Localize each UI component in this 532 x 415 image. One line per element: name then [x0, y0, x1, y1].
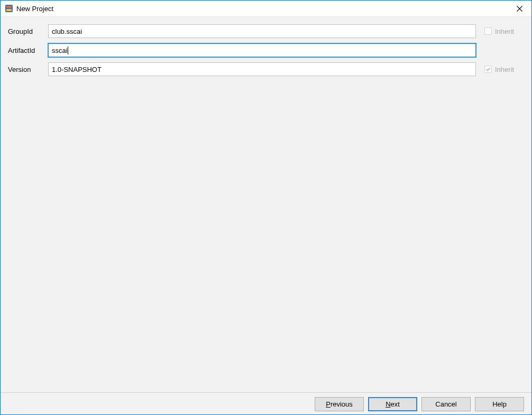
window-title: New Project — [16, 5, 53, 13]
groupid-inherit-label: Inherit — [495, 27, 514, 35]
version-inherit-wrap: Inherit — [484, 66, 524, 73]
text-caret — [68, 47, 68, 54]
cancel-button[interactable]: Cancel — [421, 397, 471, 411]
svg-rect-2 — [6, 9, 12, 11]
svg-rect-1 — [6, 6, 12, 8]
groupid-label: GroupId — [8, 27, 48, 35]
groupid-row: GroupId Inherit — [8, 24, 524, 38]
footer: Previous Next Cancel Help — [1, 392, 531, 415]
version-inherit-label: Inherit — [495, 66, 514, 73]
app-icon — [5, 4, 13, 13]
help-button[interactable]: Help — [475, 397, 524, 411]
version-inherit-checkbox — [484, 66, 492, 73]
version-row: Version Inherit — [8, 62, 524, 76]
artifactid-row: ArtifactId sscai — [8, 43, 524, 57]
artifactid-label: ArtifactId — [8, 47, 48, 54]
version-label: Version — [8, 66, 48, 73]
version-input[interactable] — [48, 62, 476, 76]
next-button[interactable]: Next — [368, 397, 417, 411]
close-icon — [517, 6, 522, 12]
close-button[interactable] — [508, 1, 531, 16]
titlebar: New Project — [1, 1, 531, 17]
content-area: GroupId Inherit ArtifactId sscai Version — [1, 17, 531, 392]
previous-button[interactable]: Previous — [315, 397, 364, 411]
groupid-inherit-checkbox — [484, 27, 492, 35]
groupid-input[interactable] — [48, 24, 476, 38]
check-icon — [485, 67, 491, 72]
artifactid-input[interactable]: sscai — [48, 43, 476, 57]
groupid-inherit-wrap: Inherit — [484, 27, 524, 35]
